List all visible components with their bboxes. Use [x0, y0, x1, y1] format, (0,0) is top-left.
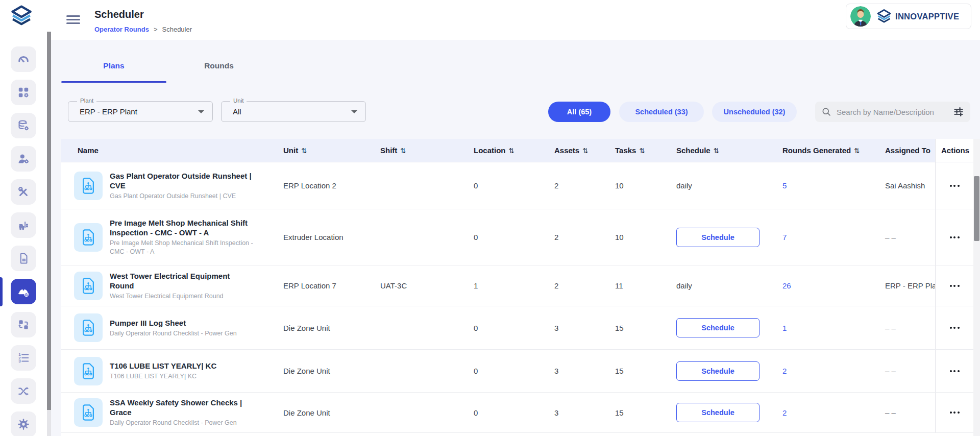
- filter-chip-scheduled[interactable]: Scheduled (33): [619, 102, 704, 122]
- brand: INNOVAPPTIVE: [876, 9, 959, 24]
- column-header-tasks[interactable]: Tasks⇅: [612, 139, 674, 162]
- hard-hat-icon: [17, 285, 30, 298]
- cell-shift: [378, 306, 470, 349]
- cell-location: 0: [470, 306, 551, 349]
- row-actions-menu-icon[interactable]: [947, 408, 963, 417]
- column-header-assets[interactable]: Assets⇅: [551, 139, 612, 162]
- cell-assigned-to: Sai Aashish: [883, 162, 935, 209]
- sidebar-item-documents[interactable]: [11, 246, 36, 271]
- sidebar-scrollbar-track: [47, 32, 51, 436]
- column-header-rounds-generated[interactable]: Rounds Generated⇅: [778, 139, 883, 162]
- database-gear-icon: [17, 119, 30, 132]
- schedule-button[interactable]: Schedule: [676, 228, 760, 247]
- sort-icon[interactable]: ⇅: [714, 147, 719, 155]
- plan-description: Daily Operator Round Checklist - Power G…: [110, 329, 256, 338]
- sort-icon[interactable]: ⇅: [639, 147, 645, 155]
- sidebar-item-apps-settings[interactable]: [11, 80, 36, 105]
- cell-assets: 2: [551, 162, 612, 209]
- tune-filter-icon[interactable]: [953, 106, 964, 117]
- sidebar-item-forklift[interactable]: [11, 212, 36, 238]
- plan-name: Pre Image Melt Shop Mechanical Shift Ins…: [110, 218, 256, 237]
- tab-plans[interactable]: Plans: [61, 49, 166, 83]
- plan-name: T106 LUBE LIST YEARLY| KC: [110, 361, 256, 371]
- sidebar-item-swap[interactable]: [11, 312, 36, 337]
- cell-tasks: 15: [612, 350, 674, 392]
- schedule-button[interactable]: Schedule: [676, 361, 760, 381]
- plan-description: West Tower Electrical Equipment Round: [110, 292, 256, 301]
- column-header-location[interactable]: Location⇅: [470, 139, 551, 162]
- tools-icon: [17, 185, 30, 199]
- row-actions-menu-icon[interactable]: [947, 367, 963, 375]
- sidebar-item-settings[interactable]: [11, 411, 36, 436]
- filter-chip-unscheduled[interactable]: Unscheduled (32): [712, 102, 797, 122]
- menu-icon[interactable]: [66, 15, 80, 24]
- unit-select-value: All: [233, 102, 241, 122]
- gauge-icon: [17, 53, 30, 66]
- cell-location: 0: [470, 393, 551, 432]
- user-avatar[interactable]: [850, 6, 871, 27]
- table-row: Pre Image Melt Shop Mechanical Shift Ins…: [61, 209, 973, 265]
- sidebar-item-dashboard[interactable]: [11, 46, 36, 72]
- schedule-button[interactable]: Schedule: [676, 318, 760, 337]
- sidebar-item-user-management[interactable]: [11, 146, 36, 172]
- brand-name: INNOVAPPTIVE: [895, 12, 959, 21]
- cell-unit: Die Zone Unit: [278, 350, 378, 392]
- sidebar-item-operator-rounds[interactable]: [11, 279, 36, 304]
- cell-tasks: 15: [612, 306, 674, 349]
- row-actions-menu-icon[interactable]: [947, 282, 963, 290]
- search-input[interactable]: [837, 108, 948, 116]
- schedule-button[interactable]: Schedule: [676, 403, 760, 422]
- plan-description: T106 LUBE LIST YEARLY| KC: [110, 372, 256, 381]
- active-nav-indicator: [0, 277, 3, 306]
- column-header-shift[interactable]: Shift⇅: [378, 139, 470, 162]
- sidebar-scrollbar-thumb[interactable]: [47, 32, 51, 410]
- sidebar-item-master-data[interactable]: [11, 113, 36, 138]
- column-header-assigned-to: Assigned To: [883, 139, 935, 162]
- sort-icon[interactable]: ⇅: [509, 147, 514, 155]
- row-actions-menu-icon[interactable]: [947, 324, 963, 332]
- rounds-generated-link[interactable]: 2: [782, 367, 787, 375]
- row-actions-menu-icon[interactable]: [947, 182, 963, 190]
- row-actions-menu-icon[interactable]: [947, 233, 963, 241]
- rounds-generated-link[interactable]: 26: [782, 281, 791, 290]
- app-logo-icon[interactable]: [10, 5, 33, 27]
- table-row: West Tower Electrical Equipment Round We…: [61, 265, 973, 306]
- cell-shift: [378, 350, 470, 392]
- column-header-schedule[interactable]: Schedule⇅: [674, 139, 778, 162]
- sort-icon[interactable]: ⇅: [582, 147, 588, 155]
- cell-unit: Die Zone Unit: [278, 393, 378, 432]
- sidebar-item-routing[interactable]: [11, 378, 36, 404]
- unit-select[interactable]: Unit All: [221, 101, 366, 122]
- plan-name: West Tower Electrical Equipment Round: [110, 271, 256, 290]
- cell-location: 0: [470, 209, 551, 265]
- profile-card[interactable]: INNOVAPPTIVE: [846, 4, 971, 29]
- cell-assets: 3: [551, 393, 612, 432]
- breadcrumb-operator-rounds[interactable]: Operator Rounds: [94, 26, 149, 33]
- sort-icon[interactable]: ⇅: [400, 147, 406, 155]
- swap-boxes-icon: [17, 318, 30, 331]
- tab-rounds[interactable]: Rounds: [166, 49, 272, 83]
- sort-icon[interactable]: ⇅: [854, 147, 860, 155]
- plan-name: Pumper III Log Sheet: [110, 318, 256, 328]
- cell-assets: 2: [551, 265, 612, 306]
- window-scrollbar-thumb[interactable]: [974, 176, 979, 241]
- svg-text:3: 3: [18, 359, 21, 364]
- sidebar-item-tools[interactable]: [11, 179, 36, 205]
- filter-chip-all[interactable]: All (65): [548, 102, 610, 122]
- rounds-generated-link[interactable]: 1: [782, 324, 787, 332]
- table-row: Gas Plant Operator Outside Runsheet | CV…: [61, 162, 973, 209]
- cell-tasks: 15: [612, 393, 674, 432]
- sidebar-item-numbered-list[interactable]: 123: [11, 345, 36, 371]
- column-header-unit[interactable]: Unit⇅: [278, 139, 378, 162]
- rounds-generated-link[interactable]: 5: [782, 181, 787, 190]
- rounds-generated-link[interactable]: 2: [782, 408, 787, 417]
- plant-select[interactable]: Plant ERP - ERP Plant: [68, 101, 213, 122]
- cell-schedule: daily: [674, 162, 778, 209]
- cell-assets: 3: [551, 306, 612, 349]
- cell-tasks: 10: [612, 162, 674, 209]
- sort-icon[interactable]: ⇅: [301, 147, 307, 155]
- sidebar-nav: 123: [0, 46, 47, 436]
- top-bar: Scheduler Operator Rounds > Scheduler: [47, 0, 980, 40]
- plan-file-icon: [74, 272, 103, 300]
- rounds-generated-link[interactable]: 7: [782, 233, 787, 241]
